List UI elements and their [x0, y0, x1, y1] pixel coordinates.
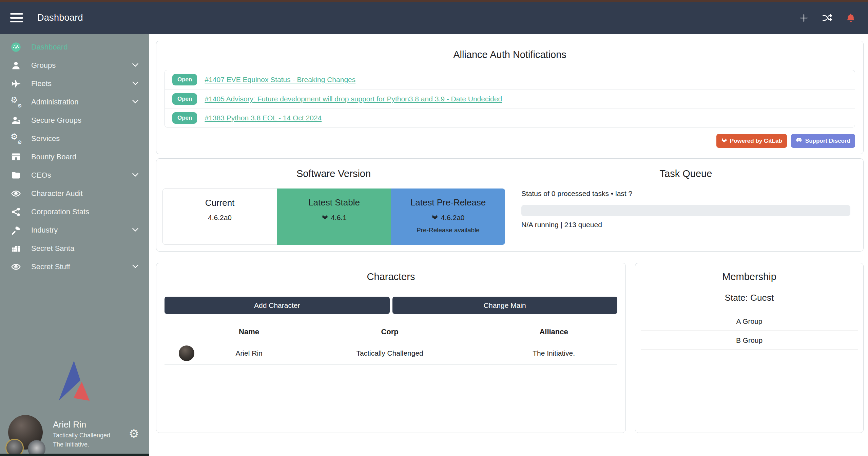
chevron-down-icon [131, 60, 140, 71]
software-version-card: Software Version Current 4.6.2a0 Latest … [156, 158, 864, 252]
avatar [8, 415, 45, 452]
column-header-name: Name [209, 323, 289, 342]
task-queue-status: Status of 0 processed tasks • last ? [521, 190, 850, 198]
notification-link[interactable]: #1383 Python 3.8 EOL - 14 Oct 2024 [205, 114, 322, 122]
notification-link[interactable]: #1405 Advisory: Future development will … [205, 95, 502, 103]
sidebar-item-secure-groups[interactable]: Secure Groups [0, 111, 149, 130]
page: Dashboard Dashboard [0, 0, 868, 456]
character-corp: Tactically Challenged [289, 342, 490, 365]
task-queue-title: Task Queue [515, 168, 857, 179]
status-badge: Open [172, 74, 197, 85]
fighter-jet-icon [10, 79, 22, 89]
version-value: 4.6.2a0 [441, 214, 464, 222]
gifts-icon [10, 243, 22, 254]
sidebar-item-label: Dashboard [31, 43, 68, 52]
shuffle-icon[interactable] [822, 13, 833, 23]
sidebar-item-fleets[interactable]: Fleets [0, 75, 149, 93]
list-item: A Group [641, 312, 858, 331]
sidebar-item-label: Secure Groups [31, 116, 81, 125]
hamburger-icon[interactable] [10, 13, 23, 23]
notification-row: Open #1407 EVE Equinox Status - Breaking… [165, 70, 855, 89]
version-note: Pre-Release available [391, 226, 505, 234]
sidebar-item-character-audit[interactable]: Character Audit [0, 184, 149, 203]
characters-title: Characters [156, 271, 625, 282]
characters-table: Name Corp Alliance Ariel Rin Tactically … [165, 323, 617, 365]
bell-icon[interactable] [846, 13, 856, 23]
sidebar-item-secret-stuff[interactable]: Secret Stuff [0, 258, 149, 276]
share-icon [10, 207, 22, 217]
gauge-icon [10, 42, 22, 52]
sidebar-item-label: Groups [31, 61, 56, 70]
badge-label: Support Discord [805, 138, 850, 144]
gitlab-icon [431, 213, 438, 222]
topbar: Dashboard [0, 2, 868, 34]
main-content: Alliance Auth Notifications Open #1407 E… [149, 34, 868, 456]
status-badge: Open [172, 93, 197, 105]
alliance-logo [55, 359, 95, 404]
sidebar-item-label: Character Audit [31, 189, 83, 198]
sidebar: Dashboard Groups Fleets [0, 34, 149, 456]
version-label: Current [163, 198, 277, 208]
user-lock-icon [10, 115, 22, 125]
add-icon[interactable] [799, 13, 809, 23]
sidebar-divider [0, 413, 149, 413]
support-discord-badge[interactable]: Support Discord [791, 134, 855, 148]
sidebar-item-label: Secret Santa [31, 244, 74, 253]
list-item: B Group [641, 331, 858, 350]
folder-icon [10, 170, 22, 180]
chevron-down-icon [131, 262, 140, 272]
characters-card: Characters Add Character Change Main Nam… [156, 263, 626, 433]
character-name: Ariel Rin [209, 342, 289, 365]
cogs-icon: ⚙⚙ [10, 97, 22, 107]
sidebar-item-dashboard[interactable]: Dashboard [0, 38, 149, 56]
user-icon [10, 60, 22, 71]
store-icon [10, 152, 22, 162]
chevron-down-icon [131, 225, 140, 235]
notification-link[interactable]: #1407 EVE Equinox Status - Breaking Chan… [205, 76, 355, 84]
sidebar-item-label: Bounty Board [31, 153, 76, 161]
version-label: Latest Stable [277, 197, 391, 208]
character-alliance: The Initiative. [490, 342, 617, 365]
version-box-current: Current 4.6.2a0 [162, 189, 277, 245]
sidebar-item-industry[interactable]: Industry [0, 221, 149, 239]
powered-by-gitlab-badge[interactable]: Powered by GitLab [716, 134, 787, 148]
sidebar-item-ceos[interactable]: CEOs [0, 166, 149, 184]
membership-groups-list: A Group B Group [635, 312, 863, 350]
eye-icon [10, 262, 22, 272]
discord-icon [796, 137, 803, 145]
sidebar-item-secret-santa[interactable]: Secret Santa [0, 239, 149, 258]
membership-card: Membership State: Guest A Group B Group [635, 263, 864, 433]
sidebar-item-administration[interactable]: ⚙⚙ Administration [0, 93, 149, 111]
gear-icon[interactable]: ⚙ [129, 428, 139, 439]
task-queue-progressbar [521, 205, 850, 216]
sidebar-item-bounty-board[interactable]: Bounty Board [0, 148, 149, 166]
chevron-down-icon [131, 170, 140, 180]
sidebar-item-corporation-stats[interactable]: Corporation Stats [0, 203, 149, 221]
membership-state: State: Guest [635, 293, 863, 303]
eye-icon [10, 189, 22, 199]
version-box-prerelease: Latest Pre-Release 4.6.2a0 Pre-Release a… [391, 189, 505, 245]
sidebar-item-groups[interactable]: Groups [0, 56, 149, 75]
task-queue-summary: N/A running | 213 queued [521, 221, 850, 229]
change-main-button[interactable]: Change Main [392, 297, 618, 314]
gitlab-icon [721, 137, 727, 145]
sidebar-item-services[interactable]: ⚙⚙ Services [0, 130, 149, 148]
hammer-icon [10, 225, 22, 235]
sidebar-item-label: Industry [31, 226, 58, 235]
sidebar-item-label: Services [31, 134, 60, 143]
sidebar-item-label: Secret Stuff [31, 262, 70, 271]
sidebar-item-label: Administration [31, 98, 78, 106]
status-badge: Open [172, 112, 197, 124]
badge-label: Powered by GitLab [730, 138, 782, 144]
sidebar-bottom-strip [0, 454, 149, 456]
software-version-title: Software Version [156, 168, 511, 179]
column-header-alliance: Alliance [490, 323, 617, 342]
version-boxes: Current 4.6.2a0 Latest Stable 4.6.1 Late… [162, 189, 505, 245]
user-alliance: The Initiative. [53, 441, 110, 448]
notifications-list: Open #1407 EVE Equinox Status - Breaking… [165, 70, 855, 127]
notification-row: Open #1405 Advisory: Future development … [165, 89, 855, 108]
version-value: 4.6.2a0 [208, 214, 232, 222]
add-character-button[interactable]: Add Character [165, 297, 390, 314]
user-panel: Ariel Rin Tactically Challenged The Init… [0, 414, 149, 454]
character-portrait [179, 345, 194, 361]
